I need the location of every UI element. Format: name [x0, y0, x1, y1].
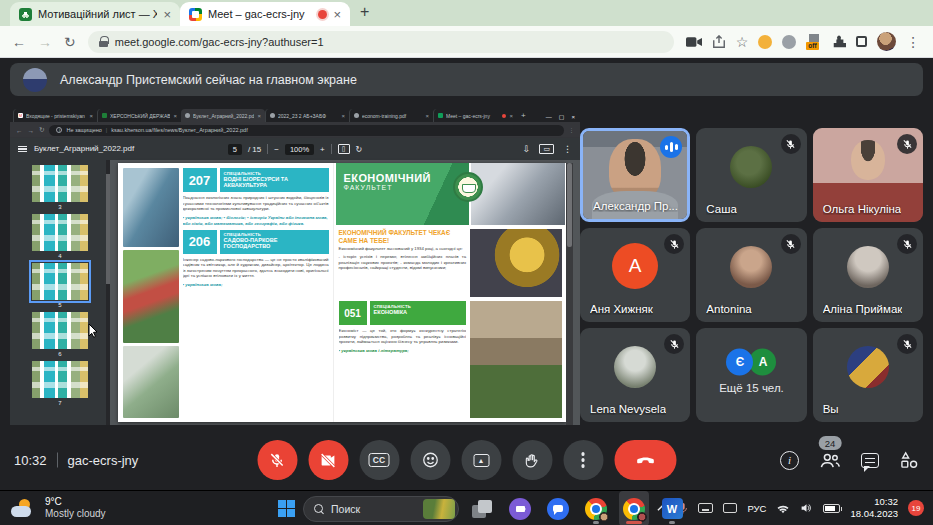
forward-button[interactable]: →	[38, 35, 52, 49]
shared-tab: econom-training.pdf×	[349, 109, 433, 122]
back-button[interactable]: ←	[12, 35, 26, 49]
weather-icon	[11, 499, 37, 517]
bookmark-star-icon[interactable]: ☆	[736, 34, 749, 50]
battery-icon[interactable]	[823, 504, 840, 513]
mic-muted-button[interactable]	[257, 440, 297, 480]
participant-avatar	[730, 246, 772, 288]
zoom-in-icon: +	[320, 145, 325, 154]
photo-bitcoin	[470, 229, 562, 297]
participant-tile-olga[interactable]: Ольга Нікуліна	[813, 128, 923, 222]
more-dots-icon	[581, 452, 585, 468]
presenting-banner: Александр Пристемский сейчас на главном …	[10, 63, 923, 96]
clock-time: 10:32	[14, 453, 47, 468]
participant-tile-sasha[interactable]: Саша	[696, 128, 806, 222]
address-bar[interactable]: meet.google.com/gac-ecrs-jny?authuser=1	[88, 31, 674, 53]
search-icon	[314, 504, 324, 514]
chat-bubble-icon	[547, 498, 569, 520]
extensions-puzzle-icon[interactable]	[832, 35, 846, 49]
tablet-mode-icon[interactable]	[723, 503, 737, 513]
reading-list-icon[interactable]	[856, 36, 867, 47]
volume-icon[interactable]	[800, 502, 813, 514]
taskbar-center: Поиск W	[278, 491, 687, 525]
meeting-details-icon[interactable]: i	[780, 451, 799, 470]
spec-206-header: 206 СПЕЦІАЛЬНІСТЬСАДОВО-ПАРКОВЕ ГОСПОДАР…	[183, 230, 329, 254]
participant-name: Аня Хижняк	[590, 303, 653, 315]
browser-tab-motivation-letter[interactable]: Мотиваційний лист — ХЕРСОН ×	[10, 2, 180, 26]
participant-tile-alina[interactable]: Аліна Приймак	[813, 228, 923, 322]
browser-profile-avatar[interactable]	[877, 32, 896, 51]
chrome-profile2-button[interactable]	[619, 491, 649, 525]
meeting-info: 10:32 gac-ecrs-jny	[14, 453, 138, 468]
security-label: Не защищено	[66, 127, 101, 133]
browser-tabstrip: Мотиваційний лист — ХЕРСОН × Meet – gac-…	[0, 0, 933, 26]
tray-clock[interactable]: 10:32 18.04.2023	[850, 496, 898, 521]
participant-tile-lena[interactable]: Lena Nevysela	[580, 328, 690, 422]
browser-tab-meet[interactable]: Meet – gac-ecrs-jny ×	[180, 2, 350, 26]
khsau-favicon	[102, 113, 107, 118]
participant-name: Antonina	[706, 303, 751, 315]
vpn-off-extension-icon[interactable]: off	[806, 34, 822, 50]
chrome-profile1-button[interactable]	[581, 491, 611, 525]
photo-students	[471, 163, 566, 225]
participant-name: Аліна Приймак	[823, 303, 903, 315]
notification-badge[interactable]: 19	[908, 500, 924, 516]
participant-tile-overflow[interactable]: Є А Ещё 15 чел.	[696, 328, 806, 422]
globe-favicon	[185, 113, 190, 118]
browser-menu-icon[interactable]: ⋮	[906, 34, 920, 50]
reactions-button[interactable]	[410, 440, 450, 480]
people-panel-button[interactable]: 24	[819, 451, 841, 469]
participant-name: Вы	[823, 403, 839, 415]
captions-button[interactable]: CC	[359, 440, 399, 480]
shared-toolbar-icons: ⋮	[569, 127, 574, 133]
participant-tile-anya[interactable]: А Аня Хижняк	[580, 228, 690, 322]
new-tab-button[interactable]: +	[360, 3, 369, 21]
participant-avatar	[847, 246, 889, 288]
extension-orange-icon[interactable]	[758, 35, 772, 49]
share-icon[interactable]	[712, 35, 726, 49]
photo-column	[123, 168, 179, 418]
overflow-avatars: Є А	[726, 348, 776, 375]
close-tab-icon[interactable]: ×	[333, 8, 341, 21]
word-button[interactable]: W	[657, 491, 687, 525]
raise-hand-button[interactable]	[512, 440, 552, 480]
call-controls: CC ▲	[257, 440, 676, 480]
reload-button[interactable]: ↻	[64, 35, 76, 49]
language-indicator[interactable]: РУС	[747, 503, 766, 514]
pdf-left-page: 207 СПЕЦІАЛЬНІСТЬВОДНІ БІОРЕСУРСИ ТА АКВ…	[118, 163, 333, 422]
activities-button[interactable]	[899, 450, 919, 470]
pdf-filename: Буклет_Аграрний_2022.pdf	[34, 144, 134, 153]
participant-name: Lena Nevysela	[590, 403, 666, 415]
presenter-avatar	[23, 68, 47, 92]
camera-off-button[interactable]	[308, 440, 348, 480]
present-arrow-icon: ▲	[473, 454, 489, 467]
video-app-button[interactable]	[505, 491, 535, 525]
close-tab-icon[interactable]: ×	[163, 8, 171, 21]
start-button[interactable]	[278, 500, 295, 517]
search-highlight-image	[423, 499, 455, 519]
recording-dot-icon	[502, 114, 506, 118]
people-icon	[819, 451, 841, 469]
mouse-cursor	[88, 323, 99, 338]
extension-globe-icon[interactable]	[782, 35, 796, 49]
wifi-icon[interactable]	[776, 503, 790, 514]
more-options-button[interactable]	[563, 440, 603, 480]
video-camera-icon	[509, 498, 531, 520]
participant-tile-antonina[interactable]: Antonina	[696, 228, 806, 322]
task-view-button[interactable]	[467, 491, 497, 525]
participant-tile-alexandr[interactable]: Александр Пр...	[580, 128, 690, 222]
tab-camera-icon[interactable]	[686, 36, 702, 48]
taskbar-search[interactable]: Поиск	[303, 496, 459, 522]
url-text: meet.google.com/gac-ecrs-jny?authuser=1	[115, 36, 324, 48]
shared-screen-tile[interactable]: MВходящие - pristemskiyan× ХЕРСОНСЬКИЙ Д…	[10, 107, 580, 425]
chat-app-button[interactable]	[543, 491, 573, 525]
pdf-thumbnail: 6	[32, 312, 88, 357]
pdf-toolbar: Буклет_Аграрний_2022.pdf 5 / 15 − 100% +…	[10, 138, 580, 160]
spec-051-header: 051 СПЕЦІАЛЬНІСТЬЕКОНОМІКА	[339, 301, 467, 325]
participant-tile-you[interactable]: Вы	[813, 328, 923, 422]
participant-avatar	[847, 346, 889, 388]
end-call-button[interactable]	[614, 440, 676, 480]
weather-widget[interactable]: 9°C Mostly cloudy	[0, 491, 117, 525]
touch-keyboard-icon[interactable]	[698, 503, 713, 513]
present-screen-button[interactable]: ▲	[461, 440, 501, 480]
chat-panel-button[interactable]	[861, 453, 879, 468]
